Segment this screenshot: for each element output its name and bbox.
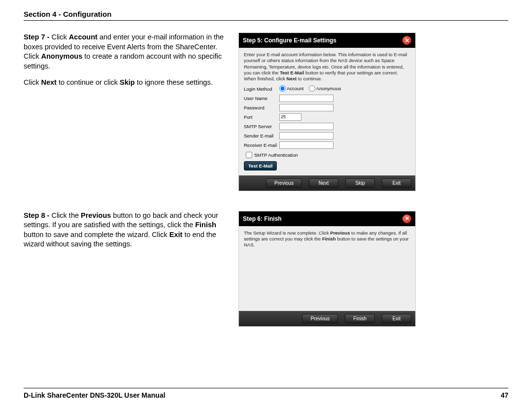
smtp-auth-checkbox[interactable] <box>246 152 252 158</box>
dialog2-header: Step 6: Finish ✕ <box>239 211 415 226</box>
manual-title: D-Link ShareCenter DNS-320L User Manual <box>24 391 166 399</box>
dialog2-footer: Previous Finish Exit <box>239 311 415 326</box>
close-icon[interactable]: ✕ <box>402 214 411 223</box>
step7-row: Step 7 - Click Account and enter your e-… <box>24 33 508 191</box>
step7-prefix: Step 7 - <box>24 33 51 41</box>
page-footer: D-Link ShareCenter DNS-320L User Manual … <box>24 388 508 399</box>
close-icon[interactable]: ✕ <box>402 36 411 45</box>
password-input[interactable] <box>279 104 333 111</box>
dialog1-body: Enter your E-mail account information be… <box>239 48 415 175</box>
smtp-auth-row: SMTP Authentication <box>246 152 410 158</box>
exit-button[interactable]: Exit <box>382 314 411 323</box>
dialog1-title: Step 5: Configure E-mail Settings <box>243 37 336 44</box>
step8-text: Step 8 - Click the Previous button to go… <box>24 211 231 327</box>
finish-button[interactable]: Finish <box>345 314 375 323</box>
anonymous-radio[interactable]: Anonymous <box>309 85 341 92</box>
test-email-button[interactable]: Test E-Mail <box>244 161 277 171</box>
dialog2-intro: The Setup Wizard is now complete. Click … <box>244 230 410 248</box>
receiver-row: Receiver E-mail <box>244 141 410 149</box>
step8-row: Step 8 - Click the Previous button to go… <box>24 211 508 327</box>
dialog2-body: The Setup Wizard is now complete. Click … <box>239 226 415 311</box>
dialog1-header: Step 5: Configure E-mail Settings ✕ <box>239 33 415 48</box>
exit-button[interactable]: Exit <box>382 178 411 188</box>
next-button[interactable]: Next <box>309 178 338 188</box>
step8-prefix: Step 8 - <box>24 211 51 219</box>
section-header: Section 4 - Configuration <box>24 10 508 21</box>
login-method-label: Login Method <box>244 86 279 92</box>
account-radio[interactable]: Account <box>279 85 303 92</box>
password-row: Password <box>244 104 410 111</box>
dialog1-intro: Enter your E-mail account information be… <box>244 52 410 82</box>
sender-row: Sender E-mail <box>244 132 410 139</box>
smtp-input[interactable] <box>279 123 333 130</box>
finish-dialog: Step 6: Finish ✕ The Setup Wizard is now… <box>238 211 416 327</box>
page-number: 47 <box>500 391 508 399</box>
dialog2-title: Step 6: Finish <box>243 215 282 222</box>
sender-input[interactable] <box>279 132 333 139</box>
receiver-input[interactable] <box>279 141 333 149</box>
username-input[interactable] <box>279 95 333 102</box>
port-row: Port <box>244 113 410 121</box>
previous-button[interactable]: Previous <box>266 178 302 188</box>
dialog1-footer: Previous Next Skip Exit <box>239 175 415 191</box>
email-settings-dialog: Step 5: Configure E-mail Settings ✕ Ente… <box>238 33 416 191</box>
port-input[interactable] <box>279 113 301 121</box>
login-method-row: Login Method Account Anonymous <box>244 85 410 93</box>
smtp-row: SMTP Server <box>244 123 410 130</box>
username-row: User Name <box>244 95 410 102</box>
previous-button[interactable]: Previous <box>302 314 338 323</box>
step7-text: Step 7 - Click Account and enter your e-… <box>24 33 231 191</box>
skip-button[interactable]: Skip <box>345 178 375 188</box>
